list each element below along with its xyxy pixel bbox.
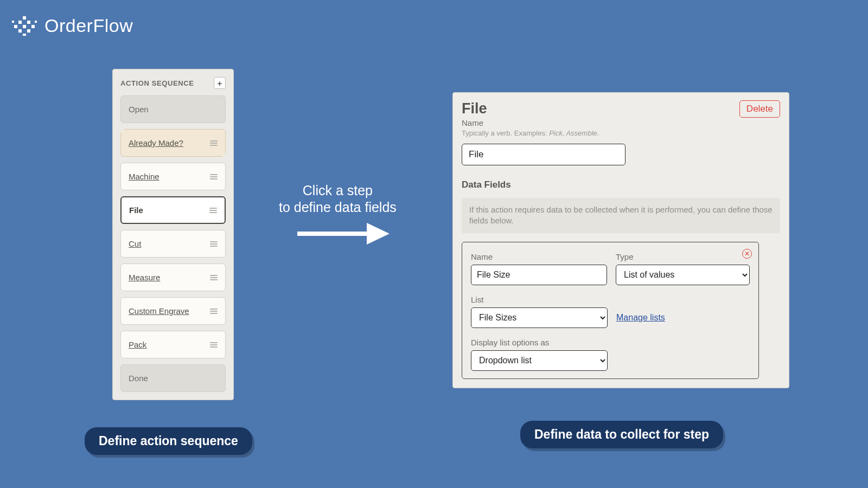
detail-title: File xyxy=(462,100,599,117)
step-machine[interactable]: Machine xyxy=(120,163,226,190)
svg-rect-9 xyxy=(12,21,14,23)
helper-prefix: Typically a verb. Examples: xyxy=(462,129,549,137)
step-label: Machine xyxy=(129,172,159,181)
field-list-label: List xyxy=(471,295,608,304)
drag-handle-icon[interactable] xyxy=(210,275,218,280)
svg-rect-11 xyxy=(297,232,368,236)
step-label: Open xyxy=(129,105,149,114)
svg-rect-3 xyxy=(14,25,17,28)
helper-period: . xyxy=(597,129,599,137)
step-label: Already Made? xyxy=(129,138,183,147)
data-field-card: ✕ Name Type List of values List File Siz… xyxy=(462,242,759,379)
svg-rect-7 xyxy=(27,29,30,33)
step-label: Cut xyxy=(129,239,141,248)
svg-rect-0 xyxy=(23,16,26,20)
drag-handle-icon[interactable] xyxy=(210,140,218,146)
action-sequence-title: ACTION SEQUENCE xyxy=(120,79,194,87)
field-name-input[interactable] xyxy=(471,265,607,285)
step-detail-panel: File Name Typically a verb. Examples: Pi… xyxy=(452,92,789,388)
step-label: Done xyxy=(129,374,148,383)
field-type-label: Type xyxy=(616,252,750,261)
brand-logo-icon xyxy=(12,16,37,36)
manage-lists-link[interactable]: Manage lists xyxy=(616,313,665,323)
drag-handle-icon[interactable] xyxy=(210,241,218,247)
step-open[interactable]: Open xyxy=(120,95,226,123)
step-label: File xyxy=(129,206,143,215)
field-name-label: Name xyxy=(471,252,607,261)
data-fields-info: If this action requires data to be colle… xyxy=(462,198,780,233)
field-display-select[interactable]: Dropdown list xyxy=(471,350,608,371)
svg-marker-12 xyxy=(367,223,390,245)
step-list: Open Already Made? Machine File Cut Meas… xyxy=(120,95,226,392)
svg-rect-8 xyxy=(23,34,26,36)
step-done[interactable]: Done xyxy=(120,364,226,392)
drag-handle-icon[interactable] xyxy=(210,342,218,348)
close-x-icon: ✕ xyxy=(744,251,750,257)
helper-examples: Pick, Assemble xyxy=(549,129,597,137)
drag-handle-icon[interactable] xyxy=(210,309,218,314)
brand: OrderFlow xyxy=(12,15,133,36)
step-label: Pack xyxy=(129,340,146,349)
action-sequence-panel: ACTION SEQUENCE + Open Already Made? Mac… xyxy=(112,69,234,400)
step-label: Custom Engrave xyxy=(129,306,189,316)
step-file[interactable]: File xyxy=(120,196,226,224)
caption-left: Define action sequence xyxy=(85,427,252,455)
step-name-input[interactable] xyxy=(462,144,626,165)
action-sequence-header: ACTION SEQUENCE + xyxy=(120,77,226,89)
name-label: Name xyxy=(462,118,599,127)
remove-field-button[interactable]: ✕ xyxy=(742,249,752,259)
plus-icon: + xyxy=(218,79,222,87)
svg-rect-5 xyxy=(31,25,35,28)
svg-rect-1 xyxy=(18,21,22,24)
step-pack[interactable]: Pack xyxy=(120,331,226,358)
field-list-select[interactable]: File Sizes xyxy=(471,307,608,328)
svg-rect-4 xyxy=(23,25,26,28)
drag-handle-icon[interactable] xyxy=(209,208,217,213)
step-measure[interactable]: Measure xyxy=(120,264,226,291)
step-already-made[interactable]: Already Made? xyxy=(120,129,226,157)
caption-right: Define data to collect for step xyxy=(520,421,723,448)
detail-header: File Name Typically a verb. Examples: Pi… xyxy=(462,100,780,137)
name-helper: Typically a verb. Examples: Pick, Assemb… xyxy=(462,129,599,137)
add-step-button[interactable]: + xyxy=(214,77,226,89)
step-label: Measure xyxy=(129,273,160,282)
hint-line-1: Click a step xyxy=(279,182,397,199)
svg-rect-10 xyxy=(35,21,37,23)
field-type-select[interactable]: List of values xyxy=(616,265,750,285)
step-custom-engrave[interactable]: Custom Engrave xyxy=(120,297,226,325)
svg-rect-6 xyxy=(18,29,22,33)
drag-handle-icon[interactable] xyxy=(210,174,218,179)
hint-text: Click a step to define data fields xyxy=(279,182,397,216)
field-display-label: Display list options as xyxy=(471,338,608,347)
data-fields-title: Data Fields xyxy=(462,179,780,190)
brand-name: OrderFlow xyxy=(44,15,133,36)
delete-step-button[interactable]: Delete xyxy=(739,100,780,118)
svg-rect-2 xyxy=(27,21,30,24)
hint-line-2: to define data fields xyxy=(279,199,397,216)
step-cut[interactable]: Cut xyxy=(120,230,226,258)
arrow-right-icon xyxy=(297,223,390,247)
